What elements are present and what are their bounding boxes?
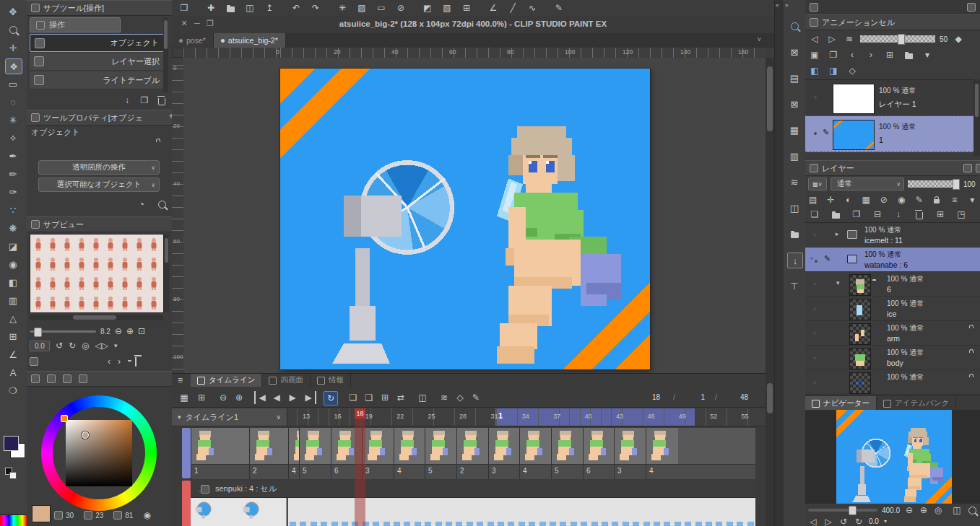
subview-reference-image[interactable] — [30, 234, 164, 313]
cel-list-item-1[interactable]: 100 % 通常レイヤー 1 — [805, 80, 974, 116]
layer-thumbnail[interactable] — [849, 323, 871, 345]
close-panel2-icon[interactable]: ⊠ — [787, 97, 802, 111]
frame-cell[interactable] — [392, 498, 403, 526]
cel-list-scrollbar[interactable] — [974, 79, 980, 156]
fit-screen-icon[interactable]: ◫ — [952, 505, 962, 515]
layer-row-arm[interactable]: 100 % 通常arm — [805, 321, 980, 346]
pen-settings-icon[interactable]: ✎ — [552, 1, 565, 14]
skip-frame-icon[interactable]: ◫ — [416, 391, 429, 404]
frame-cell[interactable] — [746, 498, 755, 526]
collapse-left-icon[interactable]: « — [776, 3, 779, 9]
timeline-select-chevron-icon[interactable]: ∨ — [276, 414, 281, 421]
animation-cel[interactable] — [488, 428, 520, 464]
more-icon[interactable]: ▾ — [968, 193, 978, 206]
new-file-icon[interactable]: ✚ — [204, 1, 217, 14]
sv-square[interactable] — [66, 420, 132, 486]
edit-timeline-icon[interactable]: ✎ — [469, 391, 482, 404]
prev-cel-icon[interactable]: ◁ — [808, 32, 821, 45]
lock-layer-icon[interactable] — [932, 193, 942, 206]
timeline-vscroll[interactable] — [766, 373, 774, 526]
expand-panels-icon[interactable]: » — [785, 3, 788, 9]
onion-skin-icon[interactable]: ≋ — [438, 391, 451, 404]
frame-cell[interactable] — [704, 498, 715, 526]
auto-select-tool[interactable]: ✳ — [5, 113, 21, 127]
open-folder-icon[interactable] — [224, 1, 237, 14]
canvas-area[interactable] — [183, 58, 766, 373]
frame-cell[interactable] — [454, 498, 465, 526]
animation-cel[interactable] — [519, 428, 552, 464]
flip-horizontal-icon[interactable]: ◁▷ — [95, 341, 108, 350]
move-icon[interactable]: ✛ — [826, 193, 836, 206]
playhead-cap[interactable]: 18 — [355, 408, 365, 418]
cel-opacity-handle[interactable] — [898, 34, 905, 45]
window-icon[interactable]: ❐ — [178, 1, 191, 14]
track2-header[interactable]: senpuki : 4 : セル — [191, 481, 755, 498]
navigator-canvas-thumbnail[interactable] — [836, 410, 952, 504]
frame-cell[interactable] — [714, 498, 725, 526]
next-image-icon[interactable]: › — [118, 357, 121, 366]
light-table-icon[interactable]: ◨ — [827, 64, 840, 77]
gradient-tool[interactable]: ▥ — [5, 293, 21, 307]
fill-tool[interactable]: ◧ — [5, 275, 21, 289]
draft-icon[interactable]: ✎ — [914, 193, 924, 206]
history-icon[interactable]: ◔ — [135, 198, 148, 211]
frame-cell[interactable] — [340, 498, 351, 526]
angle-icon[interactable]: ∠ — [487, 1, 500, 14]
quick-zoom-icon[interactable] — [787, 19, 802, 33]
prev-image-icon[interactable]: ‹ — [108, 357, 110, 366]
rotate-ccw-icon[interactable]: ↺ — [838, 517, 849, 526]
canvas-image[interactable] — [280, 69, 650, 369]
subview-angle-value[interactable]: 0.0 — [30, 341, 50, 351]
frame-cell[interactable] — [298, 498, 309, 526]
duplicate-cel-icon[interactable]: ❐ — [827, 48, 840, 61]
playhead-column[interactable] — [355, 418, 365, 526]
color-set-tab-icon[interactable] — [47, 374, 56, 383]
layer-row-watanabe : 6[interactable]: ✎100 % 通常watanabe : 6 — [805, 247, 980, 272]
nav-zoom-icon[interactable] — [967, 505, 977, 515]
frame-cell[interactable] — [434, 498, 445, 526]
delete-subtool-icon[interactable] — [155, 94, 168, 107]
redo-icon[interactable]: ↷ — [309, 1, 322, 14]
frame-cell[interactable] — [610, 498, 621, 526]
color-wheel-tab-icon[interactable] — [31, 374, 40, 383]
animation-cel[interactable] — [614, 428, 646, 464]
show-cel-icon[interactable]: ◧ — [808, 64, 821, 77]
animation-cel[interactable] — [249, 428, 289, 464]
specify-cel-icon[interactable]: ❑ — [363, 391, 376, 404]
move-tool[interactable]: ✛ — [5, 40, 21, 55]
minimize-window-icon[interactable]: ─ — [192, 19, 202, 27]
frame-cell[interactable] — [309, 498, 320, 526]
save-icon[interactable]: ◫ — [243, 1, 256, 14]
layer-menu-icon[interactable] — [976, 164, 980, 172]
timeline-settings-icon[interactable]: ⊞ — [195, 391, 208, 404]
current-frame-value[interactable]: 18 — [643, 393, 660, 401]
zoom-tool[interactable] — [5, 22, 21, 37]
transfer-icon[interactable]: ↓ — [892, 208, 905, 221]
next-frame-icon[interactable]: ▶ — [302, 391, 316, 404]
frame-cell[interactable] — [413, 498, 424, 526]
frame-cell[interactable] — [673, 498, 684, 526]
zoom-settings-icon[interactable] — [155, 198, 168, 211]
subview-vscroll[interactable] — [164, 234, 169, 312]
lasso-tool[interactable]: ◌ — [5, 95, 21, 109]
animation-cel[interactable] — [288, 428, 300, 464]
layer-row-bottom[interactable]: 100 % 通常 — [805, 370, 980, 395]
expand-chevron-icon[interactable]: ▾ — [836, 279, 840, 286]
zoom-out-icon[interactable]: ⊖ — [115, 327, 122, 336]
timeline-tab-3[interactable]: 情報 — [311, 374, 351, 387]
subtool-item-3[interactable]: ライトテーブル — [30, 71, 164, 89]
brush-tool[interactable]: ✑ — [5, 185, 21, 199]
color-slider-strip[interactable] — [0, 514, 27, 526]
rotate-cw-icon[interactable]: ↻ — [854, 517, 864, 526]
frame-cell[interactable] — [725, 498, 736, 526]
frame-cell[interactable] — [475, 498, 486, 526]
nav-menu-chevron-icon[interactable]: ▾ — [884, 519, 887, 525]
cel-folder-icon[interactable] — [902, 48, 915, 61]
ruler-tool[interactable]: ∠ — [5, 347, 21, 361]
onion-skin-icon[interactable]: ≋ — [843, 32, 856, 45]
frame-cell[interactable] — [444, 498, 455, 526]
layer-search-icon[interactable] — [963, 164, 972, 172]
timeline-name-cell[interactable]: ▾ タイムライン1 ∨ — [172, 408, 287, 426]
frame-cell[interactable] — [642, 498, 653, 526]
batch-specify-icon[interactable]: ⊞ — [378, 391, 391, 404]
